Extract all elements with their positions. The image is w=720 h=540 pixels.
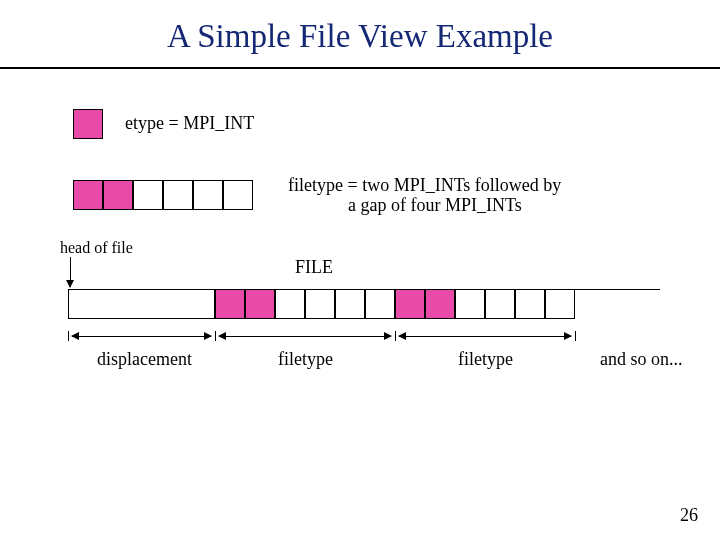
filetype-span-label: filetype — [278, 349, 333, 370]
arrow-tick — [215, 331, 216, 341]
filetype-gap — [133, 180, 163, 210]
and-so-on-label: and so on... — [600, 349, 683, 370]
filetype-gap — [223, 180, 253, 210]
file-gap — [485, 289, 515, 319]
file-gap — [275, 289, 305, 319]
file-gap — [365, 289, 395, 319]
displacement-block — [68, 289, 215, 319]
filetype-span-label: filetype — [458, 349, 513, 370]
filetype-cell — [103, 180, 133, 210]
filetype-arrow — [219, 336, 391, 337]
file-label: FILE — [295, 257, 333, 278]
head-pointer — [70, 257, 71, 287]
file-gap — [305, 289, 335, 319]
file-cell — [395, 289, 425, 319]
page-number: 26 — [680, 505, 698, 526]
file-cell — [215, 289, 245, 319]
arrow-tick — [575, 331, 576, 341]
diagram: etype = MPI_INT filetype = two MPI_INTs … — [0, 109, 720, 469]
arrow-tick — [395, 331, 396, 341]
file-cell — [245, 289, 275, 319]
file-gap — [515, 289, 545, 319]
slide-title: A Simple File View Example — [0, 0, 720, 55]
title-rule — [0, 67, 720, 69]
filetype-arrow — [399, 336, 571, 337]
filetype-gap — [163, 180, 193, 210]
displacement-label: displacement — [97, 349, 192, 370]
continuation-line — [575, 289, 660, 290]
arrow-tick — [68, 331, 69, 341]
file-gap — [455, 289, 485, 319]
file-cell — [425, 289, 455, 319]
file-gap — [335, 289, 365, 319]
filetype-desc-line1: filetype = two MPI_INTs followed by — [288, 175, 566, 196]
filetype-gap — [193, 180, 223, 210]
etype-box — [73, 109, 103, 139]
head-of-file-label: head of file — [60, 239, 133, 257]
displacement-arrow — [72, 336, 211, 337]
etype-label: etype = MPI_INT — [125, 113, 254, 134]
filetype-cell — [73, 180, 103, 210]
filetype-desc-line2: a gap of four MPI_INTs — [348, 195, 522, 216]
file-gap — [545, 289, 575, 319]
